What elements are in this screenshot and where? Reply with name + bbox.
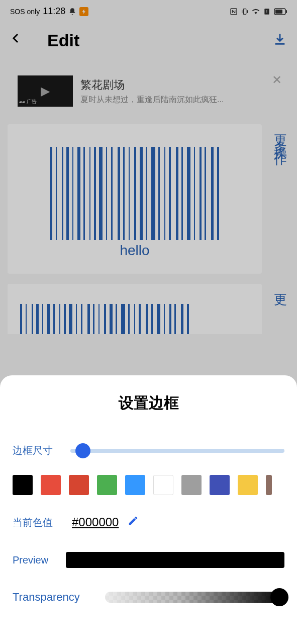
app-badge-icon <box>79 7 88 16</box>
status-left: SOS only 11:28 <box>10 6 88 17</box>
alert-icon: ! <box>263 8 271 16</box>
back-button[interactable] <box>10 30 22 50</box>
network-status: SOS only <box>10 8 40 16</box>
color-palette <box>13 475 284 495</box>
color-swatch-yellow[interactable] <box>238 475 258 495</box>
barcode-card-2[interactable] <box>8 284 262 334</box>
ad-video-thumbnail[interactable]: ▶ ▰▰ 广告 <box>18 75 73 107</box>
sheet-title: 设置边框 <box>13 393 284 414</box>
status-time: 11:28 <box>43 6 65 17</box>
transparency-thumb[interactable] <box>270 588 288 606</box>
border-size-slider[interactable] <box>70 449 284 453</box>
ad-text: 繁花剧场 夏时从未想过，重逢后陆南沉如此疯狂... <box>80 77 279 105</box>
status-right: ! <box>230 8 287 16</box>
color-swatch-darkred[interactable] <box>69 475 89 495</box>
barcode-card[interactable]: hello <box>8 124 262 274</box>
ad-title: 繁花剧场 <box>80 77 279 93</box>
border-size-label: 边框尺寸 <box>13 444 63 457</box>
color-swatch-gray[interactable] <box>181 475 202 495</box>
svg-text:!: ! <box>266 9 267 14</box>
barcode-image-2 <box>20 304 249 334</box>
barcode-section: hello 更多操作 <box>8 124 289 274</box>
preview-bar <box>66 552 284 568</box>
color-swatch-green[interactable] <box>97 475 117 495</box>
color-value-row: 当前色值 #000000 <box>13 515 284 529</box>
border-size-row: 边框尺寸 <box>13 444 284 457</box>
transparency-slider[interactable] <box>105 592 284 603</box>
barcode-label: hello <box>20 243 249 259</box>
color-swatch-black[interactable] <box>13 475 33 495</box>
transparency-row: Transparency <box>13 591 284 604</box>
wifi-icon <box>252 8 260 16</box>
barcode-section-2: 更 <box>8 284 289 334</box>
more-actions-button[interactable]: 更多操作 <box>272 124 289 274</box>
vibrate-icon <box>241 8 249 16</box>
barcode-image <box>20 147 249 240</box>
ad-description: 夏时从未想过，重逢后陆南沉如此疯狂... <box>80 95 279 105</box>
more-actions-button-2[interactable]: 更 <box>272 284 289 334</box>
color-swatch-brown[interactable] <box>266 475 272 495</box>
bell-icon <box>68 8 76 16</box>
app-header: Edit <box>0 23 297 58</box>
color-swatch-indigo[interactable] <box>210 475 230 495</box>
battery-icon <box>274 8 287 16</box>
download-button[interactable] <box>273 32 287 48</box>
nfc-icon <box>230 8 238 16</box>
color-swatch-red[interactable] <box>41 475 61 495</box>
status-bar: SOS only 11:28 ! <box>0 0 297 23</box>
color-swatch-white[interactable] <box>153 475 173 495</box>
border-settings-sheet: 设置边框 边框尺寸 当前色值 #000000 Preview Transpare… <box>0 375 297 644</box>
svg-rect-6 <box>286 10 287 13</box>
ad-close-button[interactable]: ✕ <box>272 73 282 87</box>
color-swatch-blue[interactable] <box>125 475 145 495</box>
edit-icon[interactable] <box>128 515 139 529</box>
current-color-label: 当前色值 <box>13 516 63 529</box>
preview-label: Preview <box>13 554 48 566</box>
ad-banner[interactable]: ▶ ▰▰ 广告 繁花剧场 夏时从未想过，重逢后陆南沉如此疯狂... ✕ <box>10 68 287 114</box>
ad-label: ▰▰ 广告 <box>19 98 37 105</box>
svg-rect-5 <box>275 10 282 14</box>
transparency-label: Transparency <box>13 591 80 604</box>
color-value-text[interactable]: #000000 <box>72 515 119 529</box>
page-title: Edit <box>47 31 273 50</box>
play-icon: ▶ <box>41 84 50 98</box>
svg-rect-1 <box>243 9 246 14</box>
slider-thumb[interactable] <box>75 443 90 458</box>
preview-row: Preview <box>13 552 284 568</box>
